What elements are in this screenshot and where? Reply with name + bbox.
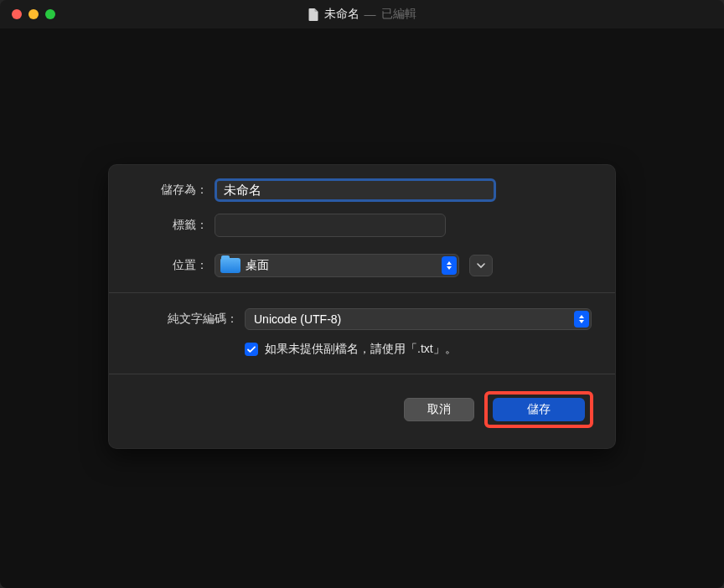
encoding-value: Unicode (UTF-8) — [254, 312, 341, 326]
window-title: 未命名 — 已編輯 — [308, 7, 416, 22]
save-as-label: 儲存為： — [132, 183, 208, 198]
tags-label: 標籤： — [132, 218, 208, 233]
popup-arrows-icon — [442, 256, 457, 275]
cancel-button[interactable]: 取消 — [404, 398, 474, 421]
expand-dialog-button[interactable] — [469, 255, 493, 276]
title-separator: — — [365, 8, 376, 21]
dialog-footer: 取消 儲存 — [109, 374, 615, 448]
save-dialog-lower: 純文字編碼： Unicode (UTF-8) 如果未提供副檔名，請使用「.txt… — [109, 293, 615, 374]
encoding-popup[interactable]: Unicode (UTF-8) — [245, 308, 592, 330]
save-dialog-upper: 儲存為： 標籤： 位置： 桌面 — [109, 165, 615, 292]
document-icon — [308, 8, 319, 21]
save-dialog: 儲存為： 標籤： 位置： 桌面 — [108, 164, 616, 449]
save-button[interactable]: 儲存 — [493, 398, 585, 421]
save-button-highlight: 儲存 — [484, 391, 593, 428]
chevron-down-icon — [477, 263, 485, 269]
tags-input[interactable] — [215, 214, 446, 237]
extension-checkbox-label: 如果未提供副檔名，請使用「.txt」。 — [265, 342, 457, 357]
close-window-button[interactable] — [12, 9, 22, 19]
checkmark-icon — [247, 346, 256, 353]
popup-arrows-icon — [574, 311, 589, 328]
window-body: 儲存為： 標籤： 位置： 桌面 — [0, 28, 724, 588]
where-value: 桌面 — [246, 258, 269, 273]
use-txt-extension-checkbox[interactable] — [245, 343, 258, 356]
fullscreen-window-button[interactable] — [45, 9, 55, 19]
window-edited-status: 已編輯 — [381, 7, 416, 22]
encoding-label: 純文字編碼： — [132, 312, 238, 327]
window-title-text: 未命名 — [324, 7, 359, 22]
folder-icon — [220, 258, 240, 273]
minimize-window-button[interactable] — [28, 9, 39, 19]
save-as-input[interactable] — [215, 178, 496, 202]
extension-checkbox-row: 如果未提供副檔名，請使用「.txt」。 — [245, 342, 592, 357]
where-popup[interactable]: 桌面 — [215, 254, 459, 277]
where-label: 位置： — [132, 258, 208, 273]
traffic-lights — [12, 9, 55, 19]
window-title-bar: 未命名 — 已編輯 — [0, 0, 724, 28]
